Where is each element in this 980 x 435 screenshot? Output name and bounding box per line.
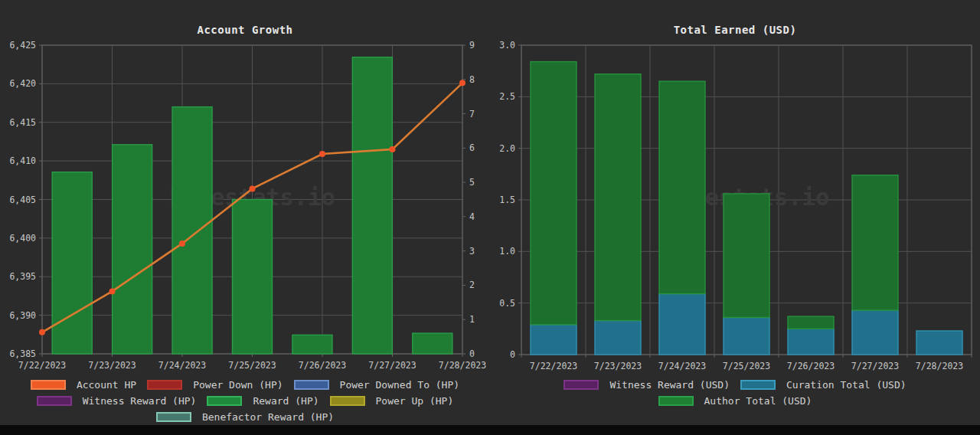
legend-label: Reward (HP) (253, 395, 318, 407)
legend-label: Author Total (USD) (704, 395, 812, 407)
y2-axis-label: 8 (469, 74, 475, 85)
y-axis-label: 6,395 (9, 271, 36, 282)
bar-author-total-usd-[interactable] (724, 194, 769, 318)
legend-row: Author Total (USD) (490, 393, 980, 409)
legend-item-witness-reward-usd-[interactable]: Witness Reward (USD) (564, 379, 730, 391)
legend-label: Power Downed To (HP) (340, 379, 460, 391)
legend-swatch (740, 380, 776, 390)
line-point[interactable] (459, 80, 466, 86)
account-growth-chart: Account Growth 6,4256,4206,4156,4106,405… (0, 0, 490, 435)
legend-label: Curation Total (USD) (786, 379, 906, 391)
bar-reward-hp-[interactable] (233, 200, 273, 355)
legend-label: Power Down (HP) (193, 379, 283, 391)
bar-author-total-usd-[interactable] (659, 81, 705, 293)
bar-author-total-usd-[interactable] (531, 62, 577, 325)
legend-row: Witness Reward (HP)Reward (HP)Power Up (… (0, 393, 490, 409)
legend-item-power-up-hp-[interactable]: Power Up (HP) (330, 395, 454, 407)
legend-item-witness-reward-hp-[interactable]: Witness Reward (HP) (37, 395, 197, 407)
legend-swatch (294, 380, 329, 390)
line-point[interactable] (319, 151, 325, 157)
legend-item-curation-total-usd-[interactable]: Curation Total (USD) (740, 379, 906, 391)
line-point[interactable] (39, 329, 45, 335)
bar-curation-total-usd-[interactable] (788, 329, 834, 355)
legend-swatch (31, 380, 66, 390)
legend-item-author-total-usd-[interactable]: Author Total (USD) (658, 395, 812, 407)
bar-curation-total-usd-[interactable] (531, 325, 577, 355)
bar-author-total-usd-[interactable] (852, 175, 898, 310)
y2-axis-label: 9 (469, 40, 475, 51)
bar-curation-total-usd-[interactable] (595, 321, 641, 355)
y2-axis-label: 2 (469, 280, 475, 290)
legend-item-account-hp[interactable]: Account HP (31, 379, 136, 391)
line-point[interactable] (390, 146, 396, 152)
line-point[interactable] (250, 185, 256, 191)
bottom-window-bar (0, 425, 980, 435)
x-axis-label: 7/27/2023 (368, 360, 416, 371)
legend-swatch (37, 396, 72, 406)
y2-axis-label: 5 (469, 177, 475, 188)
x-axis-label: 7/22/2023 (18, 360, 66, 371)
y-axis-label: 0.5 (499, 298, 515, 309)
legend-swatch (207, 396, 242, 406)
x-axis-label: 7/23/2023 (594, 361, 642, 371)
y-axis-label: 3.0 (499, 40, 515, 51)
account-growth-legend: Account HPPower Down (HP)Power Downed To… (0, 377, 490, 425)
legend-label: Account HP (77, 379, 136, 391)
legend-swatch (147, 380, 182, 390)
line-point[interactable] (179, 240, 185, 247)
bar-curation-total-usd-[interactable] (724, 318, 769, 355)
x-axis-label: 7/25/2023 (228, 360, 276, 371)
x-axis-label: 7/28/2023 (916, 361, 963, 371)
bar-reward-hp-[interactable] (52, 172, 92, 354)
legend-item-power-down-hp-[interactable]: Power Down (HP) (147, 379, 283, 391)
bar-reward-hp-[interactable] (113, 145, 152, 354)
y-axis-label: 6,400 (9, 233, 36, 244)
total-earned-legend: Witness Reward (USD)Curation Total (USD)… (490, 377, 980, 409)
x-axis-label: 7/26/2023 (787, 361, 835, 371)
y-axis-label: 2.0 (499, 143, 515, 154)
legend-item-power-downed-to-hp-[interactable]: Power Downed To (HP) (294, 379, 460, 391)
account-growth-plot-area[interactable]: 6,4256,4206,4156,4106,4056,4006,3956,390… (0, 0, 490, 377)
y-axis-label: 6,390 (9, 310, 36, 321)
legend-item-reward-hp-[interactable]: Reward (HP) (207, 395, 318, 407)
legend-row: Account HPPower Down (HP)Power Downed To… (0, 377, 490, 393)
bar-author-total-usd-[interactable] (788, 316, 834, 329)
bar-reward-hp-[interactable] (292, 335, 332, 354)
y2-axis-label: 3 (469, 246, 475, 257)
x-axis-label: 7/22/2023 (530, 361, 577, 371)
bar-author-total-usd-[interactable] (595, 74, 641, 321)
bar-curation-total-usd-[interactable] (659, 294, 705, 355)
y2-axis-label: 7 (469, 109, 475, 119)
x-axis-label: 7/26/2023 (299, 360, 346, 371)
legend-row: Witness Reward (USD)Curation Total (USD) (490, 377, 980, 393)
legend-swatch (564, 380, 599, 390)
y-axis-label: 0 (510, 349, 515, 360)
legend-swatch (156, 412, 191, 422)
y-axis-label: 1.0 (499, 246, 515, 257)
legend-label: Witness Reward (USD) (609, 379, 730, 391)
y-axis-label: 6,425 (9, 40, 36, 51)
legend-row: Benefactor Reward (HP) (0, 409, 490, 425)
bar-reward-hp-[interactable] (413, 333, 452, 354)
y-axis-label: 6,405 (9, 195, 36, 205)
y2-axis-label: 1 (469, 314, 475, 325)
y-axis-label: 6,415 (9, 117, 36, 128)
bar-curation-total-usd-[interactable] (916, 331, 962, 355)
x-axis-label: 7/27/2023 (851, 361, 899, 371)
y-axis-label: 6,385 (9, 348, 36, 359)
x-axis-label: 7/24/2023 (658, 361, 706, 371)
bar-curation-total-usd-[interactable] (852, 310, 898, 355)
hivestats-dashboard: Account Growth 6,4256,4206,4156,4106,405… (0, 0, 980, 435)
x-axis-label: 7/23/2023 (88, 360, 136, 371)
legend-label: Witness Reward (HP) (83, 395, 197, 407)
total-earned-usd-chart: Total Earned (USD) 3.02.52.01.51.00.507/… (490, 0, 980, 435)
y2-axis-label: 0 (469, 348, 475, 359)
legend-label: Benefactor Reward (HP) (202, 411, 334, 423)
line-point[interactable] (109, 288, 116, 294)
bar-reward-hp-[interactable] (172, 107, 212, 354)
legend-swatch (330, 396, 365, 406)
total-earned-plot-area[interactable]: 3.02.52.01.51.00.507/22/20237/23/20237/2… (490, 0, 980, 377)
legend-item-benefactor-reward-hp-[interactable]: Benefactor Reward (HP) (156, 411, 334, 423)
x-axis-label: 7/24/2023 (158, 360, 206, 371)
bar-reward-hp-[interactable] (352, 57, 392, 354)
